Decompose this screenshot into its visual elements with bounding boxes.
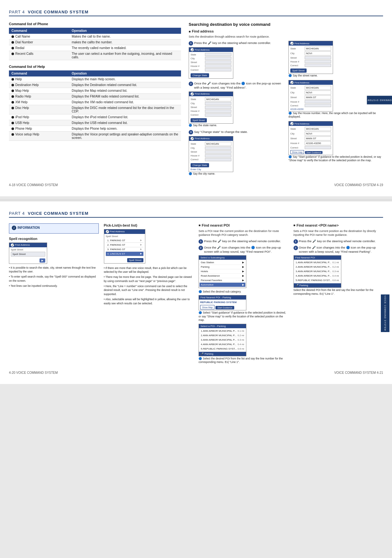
spell-notes: It is possible to search the state, city…	[9, 266, 99, 288]
show-map-btn[interactable]: Show map	[290, 150, 304, 154]
nav-screen-header-3: 🎤 Find Address	[189, 136, 233, 141]
nav-field: City	[191, 102, 231, 105]
spell-field-label: Spell Street	[106, 235, 143, 238]
poi-step-1: 1 Press the 🎤 key on the steering wheel …	[199, 239, 288, 244]
picklist-screen-wrapper: 🎤 Find Address Spell Street 1. PARKING S…	[104, 229, 194, 264]
phone-op-1: Makes the call to the name.	[69, 34, 181, 40]
nav-field: City	[191, 57, 231, 60]
nav-screen-street: 🎤 Find Address StateMICHIGAN CityNOVI St…	[288, 41, 333, 74]
phone-command-table: Command Operation Call Name Makes the ca…	[9, 28, 181, 60]
part-label-1: PART 4 VOICE COMMAND SYSTEM	[9, 10, 89, 14]
spell-note-1: It is possible to search the state, city…	[9, 266, 99, 274]
page-2: PART 4 VOICE COMMAND SYSTEM i INFORMATIO…	[0, 201, 392, 384]
help-cmd-4: Radio Help	[9, 94, 69, 99]
phone-col-operation: Operation	[69, 28, 181, 34]
table-row: Map Help Displays the Map related comman…	[9, 88, 181, 94]
help-cmd-7: iPod Help	[9, 114, 69, 120]
help-op-10: Displays the Voice prompt settings and s…	[69, 132, 181, 141]
nav-field: Correct	[290, 64, 331, 67]
screen-3-wrapper: 🎤 Find Address StateMICHIGAN City Street…	[189, 136, 283, 176]
poi-list-caption: 🔵 Select the desired POI from the list a…	[199, 357, 288, 364]
step-1: 1 Press the 🎤 key on the steering wheel …	[189, 41, 283, 46]
list-item: 3. PARKING ST ▶	[106, 247, 143, 252]
spell-street-btn[interactable]: Spell Street	[191, 118, 207, 122]
find-poi-name-title: Find nearest <POI name>	[294, 223, 383, 227]
help-op-8: Displays the USB related command list.	[69, 120, 181, 126]
screen-3-caption: 🔵 Say the city name.	[189, 172, 283, 176]
picklist-note-1: If there are more than one voice result,…	[104, 266, 194, 274]
change-state-btn-2[interactable]: Change State	[191, 163, 209, 167]
nav-screen-body-house: StateMICHIGAN CityNOVI StreetMAIN ST Hou…	[289, 85, 333, 111]
step-2: 2 Once the 🎤 icon changes into the 🔵 ico…	[189, 81, 283, 90]
show-map-btn-poi[interactable]: Show Map	[200, 305, 214, 309]
nav-field: Correct	[191, 113, 231, 117]
screen-street-caption: 🔵 Say the street name.	[288, 74, 383, 77]
poi-name-step-1: 1 Press the 🎤 key on the steering wheel …	[294, 239, 383, 244]
poi-footer: 🎤 Parking	[199, 352, 246, 356]
phone-section-title: Command list of Phone	[9, 22, 181, 26]
nav-field: Correct	[290, 146, 331, 149]
help-op-7: Displays the iPod related Command list.	[69, 114, 181, 120]
help-op-6: Displays the DISC mode related command l…	[69, 105, 181, 114]
nearest-poi-screen: Find Nearest POI - Parking REPUBLIC PARK…	[199, 295, 246, 310]
nav-field: StateMICHIGAN	[290, 47, 331, 51]
mic-icon-2: 🎤	[191, 92, 194, 96]
page2-poi-col: Find nearest POI Sets a POI near the cur…	[199, 223, 288, 366]
mic-icon-3: 🎤	[191, 137, 194, 140]
phone-cmd-2: Dial Number	[9, 40, 69, 45]
list-item-highlighted: 4. LINCOLN ST ▶	[106, 252, 143, 256]
nav-field: StateMICHIGAN	[191, 142, 231, 146]
picklist-title: Pick-List(n-best list)	[104, 223, 194, 227]
left-col-1: Command list of Phone Command Operation …	[9, 22, 181, 178]
sidebar-label-1: VOICE COMMAND SYSTEM	[367, 96, 392, 104]
spell-submit-btn[interactable]: ▶	[40, 258, 45, 263]
find-address-header: Find address	[189, 29, 383, 33]
nav-field: CityNOVI	[290, 132, 331, 136]
find-poi-name-desc: Sets a POI near the current position as …	[294, 229, 383, 237]
table-row: USB Help Displays the USB related comman…	[9, 120, 181, 126]
help-op-9: Displays the Phone help screen.	[69, 126, 181, 132]
screen-house-caption: 🔵 Say the House number. Here, the range …	[288, 112, 383, 119]
spell-input: Spell Street	[11, 252, 45, 257]
help-op-5: Displays the XM radio related command li…	[69, 99, 181, 105]
start-guidance-btn-poi[interactable]: Start Guidance	[215, 306, 234, 309]
help-command-table: Command Operation Help Displays the main…	[9, 70, 181, 141]
nav-field: StreetMAIN ST	[290, 136, 331, 141]
footer-right-1: VOICE COMMAND SYSTEM 4-19	[334, 183, 383, 187]
list-item: 2.ANN ARBOR MUNICIPAL P...0.2 mi	[200, 333, 245, 338]
subcat-item: Road Assistance▶	[200, 274, 245, 278]
info-icon: i	[12, 226, 16, 230]
start-guidance-btn[interactable]: Start Guidance	[305, 151, 323, 154]
poi-list-body: 1.ANN ARBOR MUNICIPAL P...0.1 mi 2.ANN A…	[199, 328, 246, 352]
help-cmd-2: Destination Help	[9, 82, 69, 88]
nav-screen-2: 🎤 Find Address StateMICHIGAN City Street…	[189, 91, 233, 124]
help-col-operation: Operation	[69, 70, 181, 76]
poi-name-step-2: 2 Once the 🎤 icon changes into the 🔵 ico…	[294, 245, 383, 254]
nav-field: Spell Street	[11, 248, 45, 251]
nav-field: House #	[290, 60, 331, 63]
help-section-title: Command list of Help	[9, 65, 181, 69]
table-row: Radio Help Displays the FM/AM radio rela…	[9, 94, 181, 99]
spell-note-3: Text lines can be inputted continuously.	[9, 284, 99, 288]
nav-field: StateMICHIGAN	[191, 97, 231, 101]
table-row: Recent Calls The user can select a numbe…	[9, 51, 181, 60]
nav-field: House #	[290, 100, 331, 103]
help-cmd-6: Disc Help	[9, 105, 69, 114]
subcat-item: Gas Station▶	[200, 260, 245, 265]
right-col-1: Searching destination by voice command F…	[189, 22, 383, 178]
find-poi-desc: Sets a POI near the current position as …	[199, 229, 288, 237]
spell-street-btn-2[interactable]: Spell Street	[290, 69, 307, 73]
voice-section-title: Searching destination by voice command	[189, 22, 383, 27]
mic-icon-1: 🎤	[191, 48, 194, 51]
change-state-btn[interactable]: Change State	[191, 73, 209, 77]
nav-field: StreetMAIN ST	[290, 95, 331, 99]
find-address-desc: Sets the destination through address sea…	[189, 35, 383, 38]
part-header-1: PART 4 VOICE COMMAND SYSTEM	[9, 10, 383, 16]
screen-2-wrapper: 🎤 Find Address StateMICHIGAN City Street…	[189, 91, 283, 127]
picklist-submit-btn[interactable]: Spell Street	[127, 258, 143, 262]
find-address-content: 1 Press the 🎤 key on the steering wheel …	[189, 41, 383, 178]
screen-2-caption: 🔵 Say the state name.	[189, 124, 283, 127]
main-cat-body: Gas Station▶ Parking▶ Hotels▶ Road Assis…	[199, 260, 246, 288]
nav-screen-header-guidance: 🎤 Find Address	[289, 121, 333, 126]
list-item: 1.ANN ARBOR MUNICIPAL P...0.1 mi	[294, 260, 340, 265]
